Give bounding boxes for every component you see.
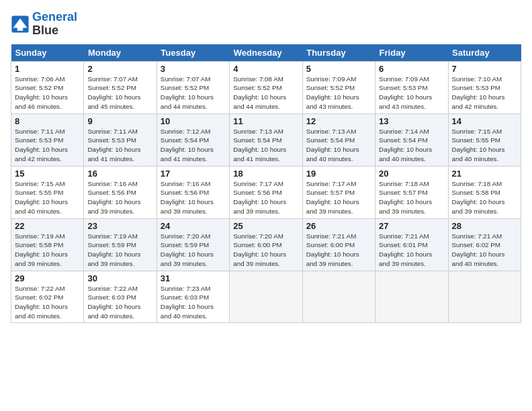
day-number: 19	[306, 169, 371, 179]
calendar-cell: 4 Sunrise: 7:08 AM Sunset: 5:52 PM Dayli…	[230, 61, 302, 113]
day-number: 3	[161, 64, 226, 74]
page-header: GeneralBlue	[11, 11, 521, 38]
day-number: 6	[379, 64, 444, 74]
calendar-cell: 9 Sunrise: 7:11 AM Sunset: 5:53 PM Dayli…	[84, 113, 157, 166]
day-info: Sunrise: 7:17 AM Sunset: 5:57 PM Dayligh…	[306, 179, 371, 216]
day-info: Sunrise: 7:13 AM Sunset: 5:54 PM Dayligh…	[233, 127, 298, 164]
day-number: 24	[161, 221, 226, 231]
weekday-tuesday: Tuesday	[157, 44, 229, 62]
calendar-cell: 19 Sunrise: 7:17 AM Sunset: 5:57 PM Dayl…	[302, 166, 375, 218]
day-info: Sunrise: 7:11 AM Sunset: 5:53 PM Dayligh…	[15, 127, 80, 164]
day-number: 17	[161, 169, 226, 179]
calendar-cell: 18 Sunrise: 7:17 AM Sunset: 5:56 PM Dayl…	[230, 166, 302, 218]
calendar-cell: 27 Sunrise: 7:21 AM Sunset: 6:01 PM Dayl…	[375, 218, 448, 271]
calendar-cell: 22 Sunrise: 7:19 AM Sunset: 5:58 PM Dayl…	[11, 218, 84, 271]
weekday-monday: Monday	[84, 44, 157, 62]
day-info: Sunrise: 7:08 AM Sunset: 5:52 PM Dayligh…	[233, 75, 298, 111]
calendar-cell: 20 Sunrise: 7:18 AM Sunset: 5:57 PM Dayl…	[375, 166, 448, 218]
day-info: Sunrise: 7:18 AM Sunset: 5:57 PM Dayligh…	[379, 179, 444, 216]
calendar-cell: 13 Sunrise: 7:14 AM Sunset: 5:54 PM Dayl…	[375, 113, 448, 166]
day-number: 12	[306, 116, 371, 126]
calendar-cell: 14 Sunrise: 7:15 AM Sunset: 5:55 PM Dayl…	[448, 113, 521, 166]
day-info: Sunrise: 7:12 AM Sunset: 5:54 PM Dayligh…	[161, 127, 226, 164]
day-number: 27	[379, 221, 444, 231]
logo-icon	[11, 15, 30, 34]
day-info: Sunrise: 7:17 AM Sunset: 5:56 PM Dayligh…	[233, 179, 298, 216]
calendar-cell	[375, 271, 448, 323]
day-info: Sunrise: 7:22 AM Sunset: 6:03 PM Dayligh…	[87, 284, 152, 321]
day-info: Sunrise: 7:21 AM Sunset: 6:00 PM Dayligh…	[306, 232, 371, 269]
day-info: Sunrise: 7:19 AM Sunset: 5:58 PM Dayligh…	[15, 232, 80, 269]
calendar-cell: 6 Sunrise: 7:09 AM Sunset: 5:53 PM Dayli…	[375, 61, 448, 113]
calendar-cell: 17 Sunrise: 7:16 AM Sunset: 5:56 PM Dayl…	[157, 166, 229, 218]
calendar-cell: 28 Sunrise: 7:21 AM Sunset: 6:02 PM Dayl…	[448, 218, 521, 271]
day-number: 8	[15, 116, 80, 126]
day-info: Sunrise: 7:20 AM Sunset: 5:59 PM Dayligh…	[161, 232, 226, 269]
day-number: 14	[452, 116, 517, 126]
calendar-cell: 23 Sunrise: 7:19 AM Sunset: 5:59 PM Dayl…	[84, 218, 157, 271]
logo: GeneralBlue	[11, 11, 77, 38]
day-number: 23	[87, 221, 152, 231]
calendar-cell: 31 Sunrise: 7:23 AM Sunset: 6:03 PM Dayl…	[157, 271, 229, 323]
calendar-cell: 26 Sunrise: 7:21 AM Sunset: 6:00 PM Dayl…	[302, 218, 375, 271]
day-info: Sunrise: 7:18 AM Sunset: 5:58 PM Dayligh…	[452, 179, 517, 216]
day-number: 18	[233, 169, 298, 179]
day-info: Sunrise: 7:20 AM Sunset: 6:00 PM Dayligh…	[233, 232, 298, 269]
calendar-cell	[230, 271, 302, 323]
day-info: Sunrise: 7:14 AM Sunset: 5:54 PM Dayligh…	[379, 127, 444, 164]
day-info: Sunrise: 7:22 AM Sunset: 6:02 PM Dayligh…	[15, 284, 80, 321]
day-number: 15	[15, 169, 80, 179]
calendar-cell	[448, 271, 521, 323]
day-info: Sunrise: 7:21 AM Sunset: 6:02 PM Dayligh…	[452, 232, 517, 269]
calendar-cell: 25 Sunrise: 7:20 AM Sunset: 6:00 PM Dayl…	[230, 218, 302, 271]
weekday-friday: Friday	[375, 44, 448, 62]
day-info: Sunrise: 7:06 AM Sunset: 5:52 PM Dayligh…	[15, 75, 80, 111]
day-number: 31	[161, 273, 226, 283]
day-info: Sunrise: 7:16 AM Sunset: 5:56 PM Dayligh…	[161, 179, 226, 216]
calendar-cell: 16 Sunrise: 7:16 AM Sunset: 5:56 PM Dayl…	[84, 166, 157, 218]
day-number: 22	[15, 221, 80, 231]
day-info: Sunrise: 7:15 AM Sunset: 5:55 PM Dayligh…	[15, 179, 80, 216]
day-info: Sunrise: 7:19 AM Sunset: 5:59 PM Dayligh…	[87, 232, 152, 269]
calendar-cell: 7 Sunrise: 7:10 AM Sunset: 5:53 PM Dayli…	[448, 61, 521, 113]
weekday-thursday: Thursday	[302, 44, 375, 62]
calendar-cell: 12 Sunrise: 7:13 AM Sunset: 5:54 PM Dayl…	[302, 113, 375, 166]
day-number: 26	[306, 221, 371, 231]
day-number: 4	[233, 64, 298, 74]
day-info: Sunrise: 7:21 AM Sunset: 6:01 PM Dayligh…	[379, 232, 444, 269]
calendar-cell: 11 Sunrise: 7:13 AM Sunset: 5:54 PM Dayl…	[230, 113, 302, 166]
day-number: 5	[306, 64, 371, 74]
day-number: 2	[87, 64, 152, 74]
day-number: 16	[87, 169, 152, 179]
day-number: 11	[233, 116, 298, 126]
calendar-cell	[302, 271, 375, 323]
day-info: Sunrise: 7:07 AM Sunset: 5:52 PM Dayligh…	[161, 75, 226, 111]
day-info: Sunrise: 7:23 AM Sunset: 6:03 PM Dayligh…	[161, 284, 226, 321]
day-number: 1	[15, 64, 80, 74]
weekday-saturday: Saturday	[448, 44, 521, 62]
day-number: 7	[452, 64, 517, 74]
day-number: 29	[15, 273, 80, 283]
day-info: Sunrise: 7:09 AM Sunset: 5:53 PM Dayligh…	[379, 75, 444, 111]
day-number: 10	[161, 116, 226, 126]
day-number: 9	[87, 116, 152, 126]
day-info: Sunrise: 7:07 AM Sunset: 5:52 PM Dayligh…	[87, 75, 152, 111]
calendar-cell: 24 Sunrise: 7:20 AM Sunset: 5:59 PM Dayl…	[157, 218, 229, 271]
calendar-cell: 15 Sunrise: 7:15 AM Sunset: 5:55 PM Dayl…	[11, 166, 84, 218]
weekday-sunday: Sunday	[11, 44, 84, 62]
calendar-cell: 1 Sunrise: 7:06 AM Sunset: 5:52 PM Dayli…	[11, 61, 84, 113]
calendar-cell: 5 Sunrise: 7:09 AM Sunset: 5:52 PM Dayli…	[302, 61, 375, 113]
weekday-header-row: SundayMondayTuesdayWednesdayThursdayFrid…	[11, 44, 521, 62]
day-info: Sunrise: 7:13 AM Sunset: 5:54 PM Dayligh…	[306, 127, 371, 164]
calendar-cell: 8 Sunrise: 7:11 AM Sunset: 5:53 PM Dayli…	[11, 113, 84, 166]
calendar-cell: 21 Sunrise: 7:18 AM Sunset: 5:58 PM Dayl…	[448, 166, 521, 218]
day-number: 20	[379, 169, 444, 179]
day-number: 25	[233, 221, 298, 231]
calendar-cell: 2 Sunrise: 7:07 AM Sunset: 5:52 PM Dayli…	[84, 61, 157, 113]
day-number: 28	[452, 221, 517, 231]
day-info: Sunrise: 7:16 AM Sunset: 5:56 PM Dayligh…	[87, 179, 152, 216]
svg-rect-2	[17, 25, 23, 30]
day-number: 21	[452, 169, 517, 179]
calendar-cell: 3 Sunrise: 7:07 AM Sunset: 5:52 PM Dayli…	[157, 61, 229, 113]
calendar-cell: 29 Sunrise: 7:22 AM Sunset: 6:02 PM Dayl…	[11, 271, 84, 323]
